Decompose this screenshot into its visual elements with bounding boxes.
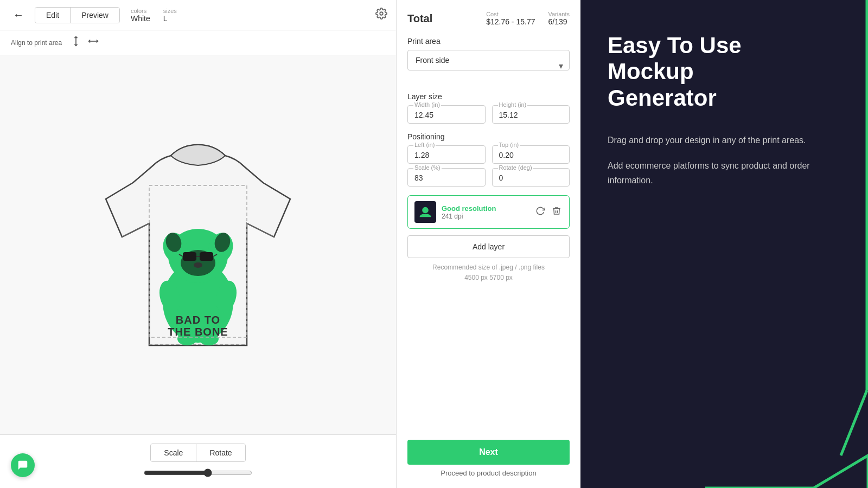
- promo-bottom-decoration: [705, 423, 868, 488]
- align-horizontal-button[interactable]: [88, 36, 99, 49]
- edit-preview-group: Edit Preview: [35, 7, 120, 23]
- align-vertical-button[interactable]: [71, 36, 81, 49]
- layer-dpi: 241 dpi: [442, 213, 529, 220]
- scale-button[interactable]: Scale: [151, 444, 196, 461]
- left-input-wrapper: Left (in): [407, 145, 486, 164]
- height-label: Height (in): [498, 101, 528, 108]
- svg-rect-14: [200, 252, 213, 261]
- top-label: Top (in): [498, 142, 520, 148]
- width-input-wrapper: Width (in): [407, 105, 486, 124]
- layer-item: Good resolution 241 dpi: [407, 195, 570, 229]
- settings-button[interactable]: [375, 8, 387, 22]
- toolbar: ← Edit Preview colors White sizes L: [0, 0, 396, 30]
- right-panel: Total Cost $12.76 - 15.77 Variants 6/139…: [396, 0, 580, 488]
- promo-desc-2: Add ecommerce platforms to sync product …: [608, 158, 841, 188]
- color-size-info: colors White sizes L: [131, 8, 177, 23]
- width-label: Width (in): [413, 101, 441, 108]
- bottom-controls: Scale Rotate: [0, 434, 396, 488]
- print-area-section-title: Print area: [407, 37, 570, 46]
- sizes-label: sizes: [163, 8, 177, 14]
- variants-label: Variants: [548, 11, 570, 17]
- rotate-input-label: Rotate (deg): [498, 164, 533, 171]
- print-area-dropdown[interactable]: Front side: [407, 50, 570, 70]
- scale-rotate-group: Scale Rotate: [150, 444, 245, 462]
- colors-label: colors: [131, 8, 150, 14]
- svg-point-0: [380, 12, 383, 15]
- position-row-1: Left (in) Top (in): [407, 145, 570, 164]
- tshirt-container[interactable]: BAD TO THE BONE: [90, 129, 307, 362]
- total-title: Total: [407, 12, 432, 25]
- total-header: Total Cost $12.76 - 15.77 Variants 6/139: [407, 11, 570, 26]
- scale-input-wrapper: Scale (%): [407, 168, 486, 187]
- positioning-title: Positioning: [407, 132, 570, 141]
- align-horizontal-icon: [88, 36, 99, 47]
- canvas-area: BAD TO THE BONE: [0, 55, 396, 434]
- chat-bubble-button[interactable]: [11, 453, 35, 477]
- layer-size-section: Layer size Width (in) Height (in): [407, 92, 570, 124]
- svg-point-26: [422, 207, 429, 214]
- slider-container: [144, 468, 252, 479]
- layer-thumb-icon: [418, 204, 433, 220]
- tshirt-svg: BAD TO THE BONE: [90, 129, 307, 362]
- left-input[interactable]: [414, 151, 478, 159]
- cost-variants: Cost $12.76 - 15.77 Variants 6/139: [486, 11, 570, 26]
- variants-value: 6/139: [548, 17, 570, 26]
- next-button[interactable]: Next: [407, 440, 570, 465]
- promo-description: Drag and drop your design in any of the …: [608, 133, 841, 188]
- positioning-section: Positioning Left (in) Top (in) Scale (%)…: [407, 132, 570, 187]
- layer-actions: [534, 205, 563, 219]
- gear-icon: [375, 8, 387, 20]
- add-layer-button[interactable]: Add layer: [407, 235, 570, 258]
- align-area: Align to print area: [0, 30, 396, 55]
- sizes-value: L: [163, 14, 177, 23]
- height-input[interactable]: [499, 111, 563, 119]
- layer-size-title: Layer size: [407, 92, 570, 101]
- layer-size-inputs: Width (in) Height (in): [407, 105, 570, 124]
- rotate-input[interactable]: [499, 174, 563, 182]
- layer-thumbnail: [414, 201, 436, 223]
- rotate-button[interactable]: Rotate: [196, 444, 245, 461]
- colors-value: White: [131, 14, 150, 23]
- cost-label: Cost: [486, 11, 535, 17]
- svg-text:BAD TO: BAD TO: [176, 314, 220, 326]
- print-area-dropdown-wrapper: Front side ▾: [407, 50, 570, 81]
- svg-point-18: [194, 262, 202, 268]
- width-input[interactable]: [414, 111, 478, 119]
- svg-rect-13: [183, 252, 196, 261]
- cost-value: $12.76 - 15.77: [486, 17, 535, 26]
- svg-text:THE BONE: THE BONE: [168, 326, 228, 338]
- edit-button[interactable]: Edit: [35, 8, 71, 23]
- editor-panel: ← Edit Preview colors White sizes L Alig…: [0, 0, 396, 488]
- trash-icon: [552, 206, 561, 216]
- left-label: Left (in): [413, 142, 436, 148]
- scale-slider[interactable]: [144, 468, 252, 477]
- promo-desc-1: Drag and drop your design in any of the …: [608, 133, 841, 147]
- variants-item: Variants 6/139: [548, 11, 570, 26]
- colors-info: colors White: [131, 8, 150, 23]
- chat-icon: [17, 459, 29, 471]
- align-vertical-icon: [71, 36, 81, 47]
- scale-input[interactable]: [414, 174, 478, 182]
- bottom-actions: Next Proceed to product description: [407, 431, 570, 477]
- align-icons: [71, 36, 99, 49]
- back-button[interactable]: ←: [9, 7, 28, 23]
- top-input[interactable]: [499, 151, 563, 159]
- sizes-info: sizes L: [163, 8, 177, 23]
- rec-size-line1: Recommended size of .jpeg / .png files: [432, 264, 545, 271]
- align-label: Align to print area: [11, 39, 62, 47]
- back-arrow-icon: ←: [13, 9, 24, 21]
- refresh-icon: [535, 206, 545, 216]
- scale-input-label: Scale (%): [413, 164, 442, 171]
- preview-button[interactable]: Preview: [71, 8, 119, 23]
- promo-title: Easy To UseMockupGenerator: [608, 33, 841, 111]
- top-input-wrapper: Top (in): [492, 145, 570, 164]
- rotate-input-wrapper: Rotate (deg): [492, 168, 570, 187]
- layer-info: Good resolution 241 dpi: [442, 204, 529, 220]
- rec-size-line2: 4500 px 5700 px: [464, 274, 513, 281]
- height-input-wrapper: Height (in): [492, 105, 570, 124]
- cost-item: Cost $12.76 - 15.77: [486, 11, 535, 26]
- layer-delete-button[interactable]: [551, 205, 563, 219]
- position-row-2: Scale (%) Rotate (deg): [407, 168, 570, 187]
- promo-content: Easy To UseMockupGenerator Drag and drop…: [608, 33, 841, 198]
- layer-refresh-button[interactable]: [534, 205, 546, 219]
